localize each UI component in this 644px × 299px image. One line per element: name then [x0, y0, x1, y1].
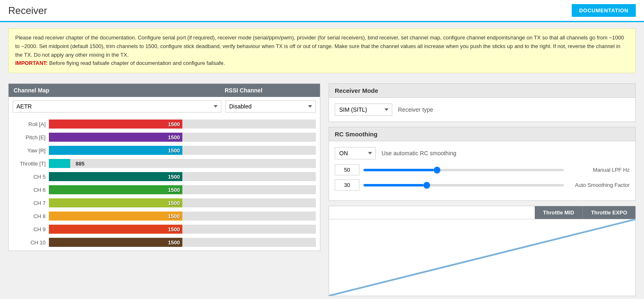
receiver-mode-body: SIM (SITL) PPM SERIAL MSP SPI Receiver t… — [329, 98, 635, 122]
top-bar: Receiver DOCUMENTATION — [0, 0, 644, 22]
channel-bar-container: 1500 — [49, 225, 316, 234]
channel-label: CH 9 — [13, 226, 46, 232]
main-content: Channel Map RSSI Channel AETR Disabled C… — [0, 79, 644, 299]
lpf-label: Manual LPF Hz — [568, 167, 630, 173]
channel-value: 1500 — [168, 213, 180, 219]
receiver-mode-select[interactable]: SIM (SITL) PPM SERIAL MSP SPI — [335, 104, 392, 116]
channel-value: 1500 — [168, 239, 180, 246]
lpf-slider-thumb[interactable] — [434, 167, 440, 173]
receiver-mode-card: Receiver Mode SIM (SITL) PPM SERIAL MSP … — [329, 83, 636, 122]
channel-bar: 1500 — [49, 212, 182, 221]
rssi-channel-select[interactable]: Disabled CH1CH2CH3 CH4CH5CH6 CH7CH8CH9CH… — [225, 100, 316, 113]
auto-factor-label: Auto Smoothing Factor — [568, 182, 630, 188]
important-text: Before flying read failsafe chapter of d… — [49, 60, 225, 66]
important-label: IMPORTANT: — [15, 60, 48, 66]
channel-bar: 1500 — [49, 172, 182, 181]
channel-row: Yaw [R]1500 — [13, 145, 316, 156]
channel-bar-container: 885 — [49, 159, 316, 168]
receiver-type-row: SIM (SITL) PPM SERIAL MSP SPI Receiver t… — [335, 104, 630, 116]
channel-map-card: Channel Map RSSI Channel AETR Disabled C… — [8, 83, 320, 251]
auto-factor-slider-track[interactable] — [363, 184, 564, 186]
channel-label: Roll [A] — [13, 121, 46, 127]
channel-value-outside: 885 — [76, 161, 85, 167]
notice-box: Please read receiver chapter of the docu… — [8, 28, 636, 73]
channel-value: 1500 — [168, 134, 180, 140]
left-panel: Channel Map RSSI Channel AETR Disabled C… — [8, 83, 320, 296]
channel-row: Roll [A]1500 — [13, 118, 316, 130]
lpf-slider-row: Manual LPF Hz — [335, 164, 630, 175]
right-panel: Receiver Mode SIM (SITL) PPM SERIAL MSP … — [329, 83, 636, 296]
channel-value: 1500 — [168, 121, 180, 127]
lpf-slider-fill — [363, 169, 434, 171]
lpf-slider-track[interactable] — [363, 169, 564, 171]
channel-bar: 1500 — [49, 198, 182, 207]
channel-bar-container: 1500 — [49, 238, 316, 247]
rssi-channel-header-label: RSSI Channel — [225, 87, 315, 94]
rc-smoothing-header: RC Smoothing — [329, 127, 635, 141]
channel-bar-container: 1500 — [49, 172, 316, 181]
channel-row: CH 61500 — [13, 184, 316, 196]
throttle-card: Throttle MID Throttle EXPO — [329, 206, 636, 296]
documentation-button[interactable]: DOCUMENTATION — [572, 4, 636, 17]
channel-label: Pitch [E] — [13, 134, 46, 140]
channel-value: 1500 — [168, 200, 180, 206]
channel-label: CH 8 — [13, 213, 46, 219]
receiver-mode-header: Receiver Mode — [329, 84, 635, 98]
channel-map-select[interactable]: AETR — [13, 100, 221, 113]
receiver-type-label: Receiver type — [398, 106, 433, 113]
rc-smoothing-body: ON OFF Use automatic RC smoothing Manual… — [329, 141, 635, 200]
channel-bar: 1500 — [49, 238, 182, 247]
smoothing-on-select[interactable]: ON OFF — [335, 147, 376, 159]
channel-bar: 1500 — [49, 133, 182, 142]
channel-bar — [49, 159, 70, 168]
channel-label: CH 6 — [13, 187, 46, 193]
channel-bar: 1500 — [49, 225, 182, 234]
lpf-input[interactable] — [335, 164, 359, 175]
throttle-card-body — [329, 219, 635, 296]
channel-map-header-label: Channel Map — [14, 87, 225, 94]
channel-value: 1500 — [168, 187, 180, 193]
channel-label: CH 7 — [13, 200, 46, 206]
channel-label: CH 10 — [13, 239, 46, 246]
channel-bar-container: 1500 — [49, 146, 316, 155]
throttle-curve-svg — [329, 219, 635, 296]
channel-value: 1500 — [168, 174, 180, 180]
auto-factor-slider-row: Auto Smoothing Factor — [335, 179, 630, 191]
channel-bar: 1500 — [49, 146, 182, 155]
throttle-tabs: Throttle MID Throttle EXPO — [329, 206, 635, 219]
channel-bar-container: 1500 — [49, 120, 316, 129]
smoothing-on-row: ON OFF Use automatic RC smoothing — [335, 147, 630, 159]
channels-list: Roll [A]1500Pitch [E]1500Yaw [R]1500Thro… — [9, 116, 320, 251]
channel-row: CH 81500 — [13, 210, 316, 222]
auto-factor-slider-fill — [363, 184, 423, 186]
channel-map-header: Channel Map RSSI Channel — [9, 84, 320, 97]
auto-factor-slider-thumb[interactable] — [423, 182, 430, 189]
page-title: Receiver — [8, 5, 47, 16]
channel-label: Yaw [R] — [13, 147, 46, 154]
channel-label: Throttle [T] — [13, 161, 46, 167]
auto-factor-input[interactable] — [335, 179, 359, 191]
throttle-mid-tab[interactable]: Throttle MID — [535, 206, 583, 219]
dropdowns-row: AETR Disabled CH1CH2CH3 CH4CH5CH6 CH7CH8… — [9, 97, 320, 116]
channel-row: CH 101500 — [13, 237, 316, 248]
channel-value: 1500 — [168, 147, 180, 154]
channel-row: CH 91500 — [13, 223, 316, 235]
smoothing-auto-label: Use automatic RC smoothing — [382, 150, 456, 156]
notice-text: Please read receiver chapter of the docu… — [15, 34, 624, 58]
channel-bar: 1500 — [49, 120, 182, 129]
channel-row: Pitch [E]1500 — [13, 131, 316, 143]
throttle-expo-tab[interactable]: Throttle EXPO — [583, 206, 635, 219]
channel-value: 1500 — [168, 226, 180, 232]
channel-bar-container: 1500 — [49, 133, 316, 142]
channel-label: CH 5 — [13, 174, 46, 180]
channel-row: CH 71500 — [13, 197, 316, 209]
channel-bar-container: 1500 — [49, 185, 316, 194]
channel-row: Throttle [T]885 — [13, 158, 316, 169]
channel-bar: 1500 — [49, 185, 182, 194]
rc-smoothing-card: RC Smoothing ON OFF Use automatic RC smo… — [329, 127, 636, 201]
channel-bar-container: 1500 — [49, 212, 316, 221]
channel-bar-container: 1500 — [49, 198, 316, 207]
channel-row: CH 51500 — [13, 171, 316, 182]
